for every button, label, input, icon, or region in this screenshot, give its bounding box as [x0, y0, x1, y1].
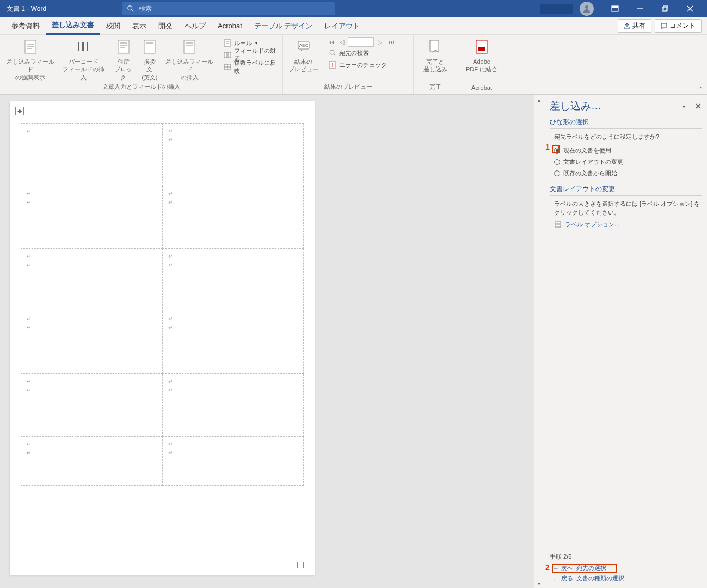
- svg-rect-17: [85, 42, 85, 51]
- svg-rect-15: [81, 42, 81, 51]
- prev-record-button[interactable]: ◁: [337, 37, 347, 47]
- svg-text:!: !: [332, 62, 334, 68]
- insert-merge-field-button[interactable]: 差し込みフィールド の挿入: [163, 37, 217, 83]
- scroll-down-button[interactable]: ▾: [534, 578, 544, 588]
- label-cell[interactable]: ↵↵: [162, 124, 304, 186]
- scroll-track[interactable]: [534, 105, 544, 578]
- highlight-merge-fields-button[interactable]: 差し込みフィールド の強調表示: [3, 37, 57, 83]
- layout-instruction: ラベルの大きさを選択するには [ラベル オプション] をクリックしてください。: [554, 199, 702, 217]
- tab-review[interactable]: 校閲: [100, 17, 126, 35]
- comment-label: コメント: [669, 21, 696, 30]
- pdf-icon: [473, 38, 490, 56]
- check-errors-button[interactable]: ! エラーのチェック: [326, 59, 396, 71]
- svg-rect-11: [27, 44, 34, 45]
- user-avatar[interactable]: [580, 2, 594, 16]
- comment-button[interactable]: コメント: [655, 19, 702, 33]
- svg-line-38: [334, 54, 336, 56]
- comment-icon: [661, 23, 667, 29]
- search-placeholder: 検索: [139, 4, 152, 14]
- taskpane-menu-button[interactable]: ▾: [683, 103, 685, 109]
- address-block-button[interactable]: 住所 ブロック: [110, 37, 137, 83]
- update-labels-button[interactable]: 複数ラベルに反映: [221, 61, 279, 73]
- collapse-ribbon-button[interactable]: ⌃: [698, 86, 703, 92]
- title-bar: 文書 1 - Word 検索: [0, 0, 707, 17]
- close-icon: [687, 5, 693, 12]
- label-cell[interactable]: ↵↵: [21, 311, 163, 374]
- finish-merge-button[interactable]: 完了と 差し込み: [421, 37, 450, 83]
- greeting-line-button[interactable]: 挨拶文 (英文): [139, 37, 161, 83]
- close-button[interactable]: [678, 0, 703, 17]
- svg-point-2: [585, 5, 588, 9]
- label-cell[interactable]: ↵↵: [162, 437, 304, 486]
- annotation-2: 2: [545, 563, 550, 572]
- svg-rect-31: [228, 52, 231, 58]
- tab-developer[interactable]: 開発: [152, 17, 179, 35]
- ribbon-group-label-acrobat: Acrobat: [460, 84, 503, 92]
- label-cell[interactable]: ↵: [21, 124, 163, 186]
- share-label: 共有: [632, 21, 645, 30]
- svg-rect-6: [662, 7, 667, 11]
- table-resize-handle[interactable]: [297, 562, 304, 568]
- svg-text:ABC: ABC: [299, 43, 308, 48]
- tab-table-design[interactable]: テーブル デザイン: [248, 17, 319, 35]
- person-icon: [582, 4, 591, 13]
- tab-layout[interactable]: レイアウト: [318, 17, 366, 35]
- search-icon: [127, 5, 134, 13]
- minimize-button[interactable]: [628, 0, 653, 17]
- tab-mailings[interactable]: 差し込み文書: [46, 17, 100, 35]
- vertical-scrollbar[interactable]: ▴ ▾: [534, 95, 544, 588]
- tab-acrobat[interactable]: Acrobat: [212, 17, 248, 35]
- radio-use-current-doc[interactable]: 現在の文書を使用: [554, 146, 702, 155]
- tab-references[interactable]: 参考資料: [5, 17, 46, 35]
- label-cell[interactable]: ↵↵: [162, 186, 304, 249]
- barcode-field-button[interactable]: バーコード フィールドの挿入: [59, 37, 108, 83]
- section-template-select: ひな形の選択: [550, 118, 702, 129]
- wizard-next-link[interactable]: → 次へ: 宛先の選択: [553, 564, 702, 572]
- label-cell[interactable]: ↵↵: [162, 249, 304, 311]
- account-box[interactable]: [540, 4, 573, 14]
- record-number-input[interactable]: [348, 37, 374, 47]
- first-record-button[interactable]: ⏮: [326, 37, 336, 47]
- label-cell[interactable]: ↵↵: [21, 249, 163, 311]
- ribbon-display-button[interactable]: [603, 0, 628, 17]
- svg-rect-23: [120, 47, 125, 48]
- table-move-handle[interactable]: ✥: [15, 107, 24, 115]
- svg-rect-16: [82, 42, 84, 51]
- share-icon: [624, 23, 630, 29]
- ribbon-display-icon: [611, 5, 619, 13]
- label-cell[interactable]: ↵↵: [21, 186, 163, 249]
- radio-start-from-existing[interactable]: 既存の文書から開始: [554, 169, 702, 177]
- svg-rect-4: [612, 6, 618, 8]
- search-box[interactable]: 検索: [122, 2, 335, 15]
- label-cell[interactable]: ↵↵: [21, 374, 163, 437]
- tab-view[interactable]: 表示: [126, 17, 152, 35]
- maximize-button[interactable]: [653, 0, 678, 17]
- svg-rect-7: [663, 6, 668, 10]
- finish-icon: [427, 38, 444, 56]
- radio-change-layout[interactable]: 文書レイアウトの変更: [554, 158, 702, 166]
- label-cell[interactable]: ↵↵: [21, 437, 163, 486]
- svg-line-1: [132, 10, 134, 12]
- ribbon: 差し込みフィールド の強調表示 バーコード フィールドの挿入 住所 ブロック 挨…: [0, 35, 707, 95]
- share-button[interactable]: 共有: [618, 19, 651, 33]
- taskpane-close-button[interactable]: ✕: [695, 102, 702, 111]
- scroll-up-button[interactable]: ▴: [534, 95, 544, 105]
- svg-rect-21: [120, 42, 127, 44]
- svg-rect-44: [555, 222, 561, 227]
- label-cell[interactable]: ↵↵: [162, 311, 304, 374]
- svg-rect-22: [120, 45, 127, 46]
- wizard-back-link[interactable]: ← 戻る: 文書の種類の選択: [553, 574, 702, 583]
- preview-results-button[interactable]: ABC 結果の プレビュー: [286, 37, 321, 83]
- label-options-link[interactable]: ラベル オプション...: [554, 220, 702, 229]
- find-recipient-button[interactable]: 宛先の検索: [326, 47, 396, 59]
- adobe-pdf-merge-button[interactable]: Adobe PDF に結合: [464, 37, 500, 84]
- next-record-button[interactable]: ▷: [375, 37, 385, 47]
- error-check-icon: !: [328, 60, 337, 69]
- document-area[interactable]: ✥ ↵↵↵ ↵↵↵↵ ↵↵↵↵ ↵↵↵↵ ↵↵↵↵ ↵↵↵↵: [0, 95, 534, 588]
- tab-help[interactable]: ヘルプ: [179, 17, 212, 35]
- match-fields-icon: [223, 51, 232, 59]
- last-record-button[interactable]: ⏭: [386, 37, 396, 47]
- radio-dot-icon: [554, 159, 560, 165]
- label-cell[interactable]: ↵↵: [162, 374, 304, 437]
- preview-icon: ABC: [295, 38, 312, 56]
